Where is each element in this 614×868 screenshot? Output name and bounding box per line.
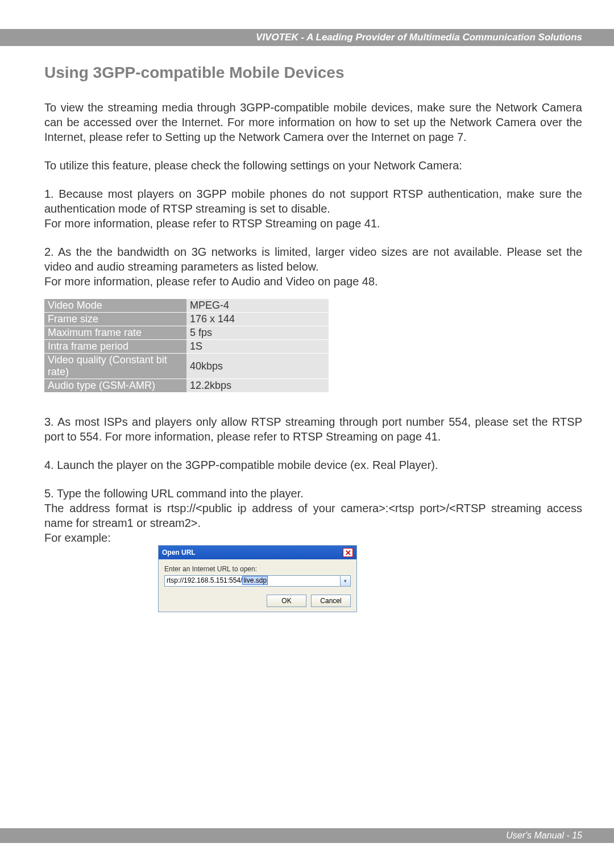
- setting-value: MPEG-4: [186, 299, 329, 313]
- close-icon[interactable]: ✕: [343, 548, 353, 557]
- page-title: Using 3GPP-compatible Mobile Devices: [44, 64, 582, 82]
- setting-label: Video Mode: [44, 299, 186, 313]
- setting-value: 5 fps: [186, 326, 329, 340]
- header-band: VIVOTEK - A Leading Provider of Multimed…: [0, 29, 614, 46]
- setting-label: Intra frame period: [44, 340, 186, 354]
- step-3: 3. As most ISPs and players only allow R…: [44, 414, 582, 444]
- content-area: Using 3GPP-compatible Mobile Devices To …: [44, 64, 582, 612]
- chevron-down-icon[interactable]: ▾: [341, 575, 351, 587]
- table-row: Frame size 176 x 144: [44, 313, 329, 326]
- dialog-titlebar: Open URL ✕: [159, 546, 356, 559]
- step-4: 4. Launch the player on the 3GPP-compati…: [44, 458, 582, 472]
- url-label: Enter an Internet URL to open:: [164, 565, 351, 573]
- table-row: Video quality (Constant bit rate) 40kbps: [44, 354, 329, 379]
- settings-table: Video Mode MPEG-4 Frame size 176 x 144 M…: [44, 299, 329, 393]
- button-row: OK Cancel: [164, 595, 351, 607]
- setting-label: Audio type (GSM-AMR): [44, 379, 186, 393]
- step-2: 2. As the the bandwidth on 3G networks i…: [44, 244, 582, 289]
- setting-value: 176 x 144: [186, 313, 329, 326]
- footer-band: User's Manual - 15: [0, 828, 614, 843]
- table-row: Maximum frame rate 5 fps: [44, 326, 329, 340]
- url-row: rtsp://192.168.5.151:554/live.sdp ▾: [164, 575, 351, 587]
- ok-button[interactable]: OK: [267, 595, 306, 607]
- intro-paragraph-2: To utilize this feature, please check th…: [44, 158, 582, 173]
- dialog-title: Open URL: [162, 549, 196, 556]
- url-input[interactable]: rtsp://192.168.5.151:554/live.sdp: [164, 575, 341, 587]
- footer-text: User's Manual - 15: [506, 830, 582, 841]
- cancel-button[interactable]: Cancel: [311, 595, 351, 607]
- dialog-screenshot: Open URL ✕ Enter an Internet URL to open…: [158, 545, 582, 612]
- table-row: Video Mode MPEG-4: [44, 299, 329, 313]
- step-5: 5. Type the following URL command into t…: [44, 486, 582, 545]
- setting-value: 40kbps: [186, 354, 329, 379]
- setting-label: Frame size: [44, 313, 186, 326]
- setting-label: Maximum frame rate: [44, 326, 186, 340]
- step-1: 1. Because most players on 3GPP mobile p…: [44, 186, 582, 231]
- table-row: Audio type (GSM-AMR) 12.2kbps: [44, 379, 329, 393]
- setting-value: 12.2kbps: [186, 379, 329, 393]
- url-highlighted: live.sdp: [242, 576, 268, 585]
- setting-value: 1S: [186, 340, 329, 354]
- intro-paragraph-1: To view the streaming media through 3GPP…: [44, 100, 582, 144]
- header-text: VIVOTEK - A Leading Provider of Multimed…: [256, 32, 582, 43]
- url-prefix: rtsp://192.168.5.151:554/: [167, 576, 242, 584]
- dialog-body: Enter an Internet URL to open: rtsp://19…: [159, 559, 356, 612]
- open-url-dialog: Open URL ✕ Enter an Internet URL to open…: [158, 545, 357, 612]
- setting-label: Video quality (Constant bit rate): [44, 354, 186, 379]
- table-row: Intra frame period 1S: [44, 340, 329, 354]
